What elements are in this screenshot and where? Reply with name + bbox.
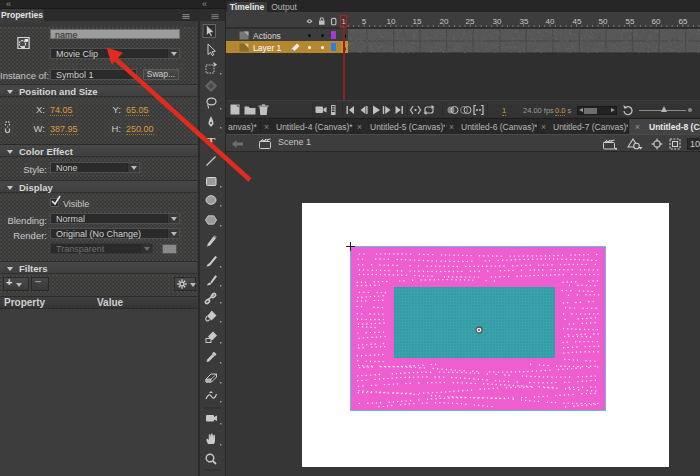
svg-text:T: T — [207, 134, 216, 149]
